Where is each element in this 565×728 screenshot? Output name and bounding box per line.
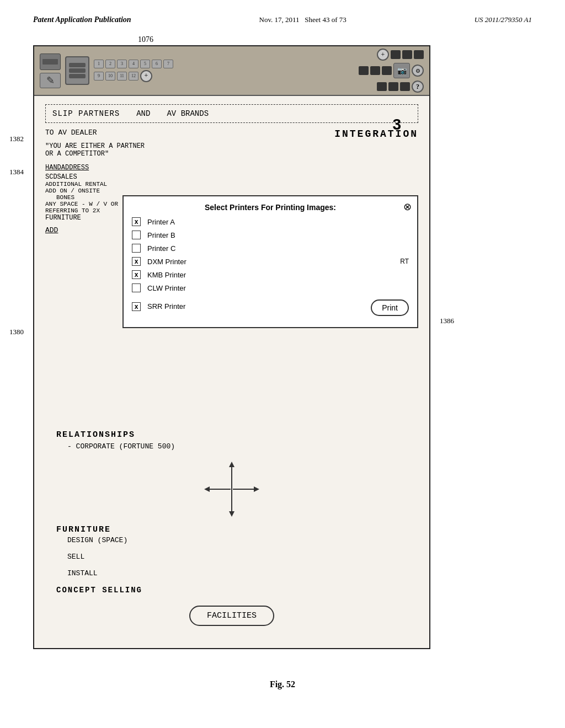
figure-label-1076: 1076 (138, 35, 153, 44)
printer-row-3: x DXM Printer RT (132, 257, 409, 266)
add-on: ADD ON / ONSITE (45, 188, 156, 194)
dark-btn[interactable] (377, 82, 387, 91)
inner-document: 1382 1384 1380 1386 SLIP PARTNERS AND AV… (34, 96, 429, 648)
printer-row-6: x SRR Printer Print (132, 297, 409, 316)
num-btn[interactable]: 6 (152, 60, 162, 68)
sheet-info: Sheet 43 of 73 (305, 15, 346, 24)
num-btn[interactable]: 10 (105, 72, 115, 81)
printer-row-2: Printer C (132, 244, 409, 253)
header-right: US 2011/279350 A1 (475, 15, 532, 24)
dark-btn[interactable] (382, 66, 392, 75)
svg-marker-1 (229, 462, 234, 467)
figure-wrapper: 1076 ✎ (33, 35, 532, 666)
dark-btn[interactable] (391, 50, 401, 59)
dialog-close-icon[interactable]: ⊗ (403, 201, 412, 213)
num-btn[interactable]: 7 (163, 60, 173, 68)
num-btn[interactable]: 11 (117, 72, 127, 81)
printer-a-label: Printer A (147, 218, 175, 226)
doc-number: 3 (392, 116, 401, 133)
slip-partners: SLIP PARTNERS (52, 109, 120, 118)
dealer-integration-row: TO AV DEALER INTEGRATION (45, 129, 418, 140)
fig-caption: Fig. 52 (270, 679, 295, 689)
num-btn[interactable]: 1 (94, 60, 104, 68)
header-left: Patent Application Publication (33, 15, 131, 24)
dark-btn[interactable] (402, 50, 412, 59)
printer-row-0: x Printer A (132, 217, 409, 226)
svg-marker-7 (254, 486, 259, 492)
dark-btn[interactable] (359, 66, 369, 75)
dark-btn[interactable] (400, 82, 410, 91)
checkbox-printer-b[interactable] (132, 231, 141, 239)
checkbox-clw[interactable] (132, 283, 141, 292)
dialog-box: ⊗ Select Printers For Printing Images: x… (122, 195, 418, 328)
printer-c-label: Printer C (147, 244, 175, 253)
main-content: 1076 ✎ (0, 30, 565, 700)
figure-container: ✎ 1 2 3 4 (33, 45, 430, 649)
scdsales: SCDSALES (45, 173, 156, 181)
num-btn[interactable]: 4 (129, 60, 138, 68)
install-text: INSTALL (67, 569, 407, 577)
num-btn[interactable]: 2 (105, 60, 115, 68)
svg-marker-5 (204, 486, 210, 492)
relationships-text: RELATIONSHIPS (56, 430, 407, 440)
page-header: Patent Application Publication Nov. 17, … (0, 0, 565, 30)
sell-text: SELL (67, 553, 407, 561)
integration-title: INTEGRATION (334, 129, 418, 140)
device-topbar: ✎ 1 2 3 4 (34, 46, 429, 96)
num-btn[interactable]: 12 (129, 72, 138, 81)
facilities-wrapper: FACILITIES (56, 600, 407, 631)
label-1384: 1384 (9, 168, 24, 176)
printer-row-4: x KMB Printer (132, 270, 409, 279)
header-center: Nov. 17, 2011 Sheet 43 of 73 (259, 15, 347, 24)
direction-arrows-svg (199, 459, 265, 520)
printer-row-5: CLW Printer (132, 283, 409, 292)
av-brands: AV BRANDS (167, 109, 209, 118)
furniture-title: FURNITURE (56, 525, 407, 534)
clw-label: CLW Printer (147, 284, 186, 292)
dark-btn[interactable] (414, 50, 424, 59)
dark-btn[interactable] (370, 66, 380, 75)
to-av-dealer: TO AV DEALER (45, 129, 97, 140)
label-1380: 1380 (9, 328, 24, 336)
checkbox-dxm[interactable]: x (132, 257, 141, 266)
concept-selling: CONCEPT SELLING (56, 586, 407, 595)
printer-row-1: Printer B (132, 231, 409, 239)
label-1382: 1382 (9, 135, 24, 143)
checkbox-printer-c[interactable] (132, 244, 141, 253)
section-header: SLIP PARTNERS AND AV BRANDS 3 (45, 104, 418, 123)
facilities-button[interactable]: FACILITIES (189, 606, 274, 626)
dialog-title: Select Printers For Printing Images: (132, 203, 409, 212)
num-btn[interactable]: 9 (94, 72, 104, 81)
svg-marker-3 (229, 511, 234, 517)
additional-rental: ADDITIONAL RENTAL (45, 181, 156, 188)
handaddress: HANDADDRESS (45, 162, 156, 173)
quote-line2: OR A COMPETITOR" (45, 150, 418, 158)
label-1386: 1386 (440, 317, 454, 325)
dxm-label: DXM Printer (147, 258, 186, 266)
kmb-label: KMB Printer (147, 271, 186, 279)
corporate-text: - CORPORATE (FORTUNE 500) (67, 442, 407, 451)
checkbox-kmb[interactable]: x (132, 270, 141, 279)
checkbox-srr[interactable]: x (132, 302, 141, 311)
dark-btn[interactable] (388, 82, 398, 91)
num-btn[interactable]: 3 (117, 60, 127, 68)
print-button[interactable]: Print (371, 299, 409, 316)
pub-date: Nov. 17, 2011 (259, 15, 300, 24)
printer-b-label: Printer B (147, 231, 175, 239)
design-text: DESIGN (SPACE) (67, 536, 407, 544)
bottom-section: RELATIONSHIPS - CORPORATE (FORTUNE 500) (45, 422, 418, 640)
checkbox-printer-a[interactable]: x (132, 217, 141, 226)
quote-line1: "YOU ARE EITHER A PARTNER (45, 142, 418, 150)
arrow-area (56, 459, 407, 520)
and-text: AND (136, 109, 150, 118)
num-btn[interactable]: 5 (140, 60, 150, 68)
srr-label: SRR Printer (147, 302, 185, 311)
rt-label: RT (400, 258, 409, 265)
